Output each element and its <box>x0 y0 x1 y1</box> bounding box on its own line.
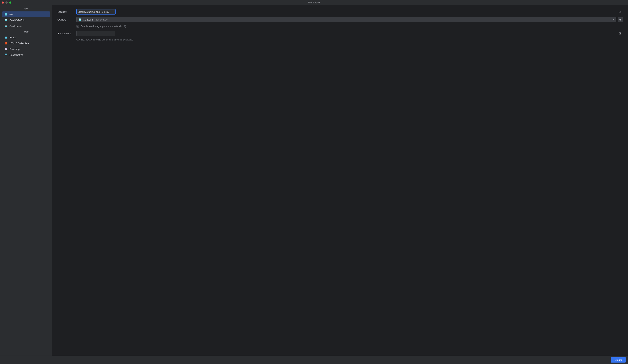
svg-point-11 <box>6 20 6 21</box>
sidebar-item-label: Bootstrap <box>9 48 20 51</box>
goroot-label: GOROOT: <box>57 18 74 21</box>
vendoring-checkbox[interactable] <box>76 25 79 28</box>
sidebar-item-label: HTML5 Boilerplate <box>9 42 29 45</box>
appengine-icon <box>4 24 8 28</box>
sidebar-item-label: Go <box>9 13 12 16</box>
environment-hint: GOPROXY, GOPRIVATE, and other environmen… <box>76 39 623 41</box>
browse-folder-icon[interactable] <box>619 10 622 13</box>
window-title: New Project <box>0 1 628 4</box>
goroot-select[interactable]: Go 1.20.5 /usr/local/go <box>76 17 616 22</box>
svg-point-6 <box>5 19 7 21</box>
html5-icon: 5 <box>4 42 8 45</box>
sidebar: Go Go Go (GOPATH) App Engine Web <box>0 5 52 356</box>
sidebar-item-label: React <box>9 36 16 39</box>
svg-text:B: B <box>5 48 6 50</box>
react-icon <box>4 36 8 39</box>
close-window-button[interactable] <box>2 1 4 4</box>
location-row: Location: <box>57 9 623 14</box>
goroot-row: GOROOT: Go 1.20.5 /usr/local/go <box>57 17 623 22</box>
sidebar-item-html5[interactable]: 5 HTML5 Boilerplate <box>2 40 50 46</box>
sidebar-item-appengine[interactable]: App Engine <box>2 23 50 29</box>
vendoring-label: Enable vendoring support automatically <box>81 25 122 28</box>
sidebar-web-list: React 5 HTML5 Boilerplate B Bootstrap Re… <box>0 34 52 59</box>
svg-point-20 <box>6 37 6 38</box>
main-area: Go Go Go (GOPATH) App Engine Web <box>0 5 628 356</box>
svg-point-33 <box>80 20 80 20</box>
sidebar-item-go[interactable]: Go <box>2 11 50 17</box>
goroot-path: /usr/local/go <box>95 18 108 21</box>
svg-point-27 <box>6 55 6 55</box>
bootstrap-icon: B <box>4 47 8 51</box>
react-native-icon <box>4 53 8 57</box>
svg-point-15 <box>5 25 6 26</box>
svg-point-0 <box>5 13 7 16</box>
traffic-lights <box>0 1 11 4</box>
sidebar-item-gopath[interactable]: Go (GOPATH) <box>2 17 50 23</box>
sidebar-section-web-header: Web <box>0 30 52 34</box>
gopher-icon <box>4 13 8 16</box>
sidebar-item-react[interactable]: React <box>2 35 50 40</box>
help-icon[interactable]: ? <box>124 25 127 28</box>
svg-point-28 <box>79 18 81 21</box>
gopher-icon <box>4 18 8 22</box>
titlebar: New Project <box>0 0 628 5</box>
content-panel: Location: GOROOT: Go 1.20.5 /usr/l <box>52 5 628 356</box>
sidebar-item-bootstrap[interactable]: B Bootstrap <box>2 46 50 52</box>
sidebar-go-list: Go Go (GOPATH) App Engine <box>0 11 52 30</box>
vendoring-row: Enable vendoring support automatically ? <box>76 25 623 28</box>
sidebar-item-label: App Engine <box>9 25 22 27</box>
sidebar-section-go-header: Go <box>0 6 52 11</box>
sidebar-item-react-native[interactable]: React Native <box>2 52 50 58</box>
location-label: Location: <box>57 10 74 13</box>
environment-label: Environment: <box>57 32 74 35</box>
location-input[interactable] <box>76 9 116 14</box>
minimize-window-button[interactable] <box>5 1 8 4</box>
sidebar-item-label: Go (GOPATH) <box>9 19 24 22</box>
add-sdk-button[interactable] <box>618 17 623 22</box>
environment-input[interactable] <box>76 31 115 36</box>
sidebar-item-label: React Native <box>9 54 23 56</box>
environment-row: Environment: <box>57 31 623 36</box>
create-button[interactable]: Create <box>611 357 626 363</box>
footer: Create <box>0 356 628 364</box>
goroot-version: Go 1.20.5 <box>83 18 93 21</box>
edit-env-icon[interactable] <box>619 32 622 35</box>
chevron-down-icon <box>613 18 615 21</box>
gopher-icon <box>78 18 81 21</box>
svg-text:5: 5 <box>6 43 6 44</box>
svg-point-5 <box>6 15 6 15</box>
maximize-window-button[interactable] <box>9 1 11 4</box>
svg-point-3 <box>5 14 6 14</box>
